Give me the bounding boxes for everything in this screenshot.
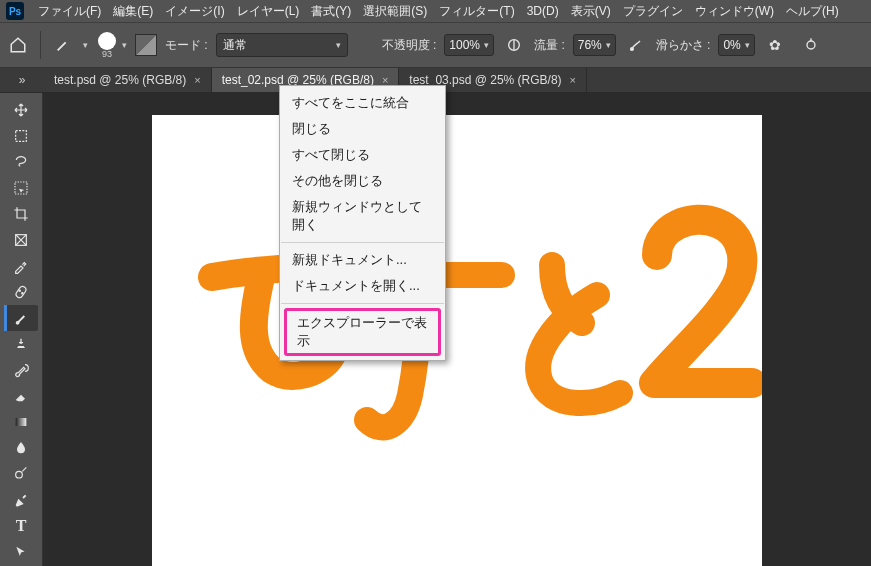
menu-3d[interactable]: 3D(D): [521, 2, 565, 20]
svg-rect-3: [16, 131, 27, 142]
smoothing-value: 0%: [723, 38, 740, 52]
opacity-field[interactable]: 100% ▾: [444, 34, 494, 56]
menu-select[interactable]: 選択範囲(S): [357, 1, 433, 22]
flow-value: 76%: [578, 38, 602, 52]
opacity-pressure-icon[interactable]: [502, 33, 526, 57]
type-tool[interactable]: T: [4, 513, 38, 539]
svg-rect-9: [16, 418, 27, 426]
dodge-tool[interactable]: [4, 461, 38, 487]
more-tabs-icon[interactable]: »: [10, 68, 34, 92]
context-item-reveal-in-explorer[interactable]: エクスプローラーで表示: [284, 308, 441, 356]
gradient-tool[interactable]: [4, 409, 38, 435]
marquee-tool[interactable]: [4, 123, 38, 149]
tab-context-menu: すべてをここに統合 閉じる すべて閉じる その他を閉じる 新規ウィンドウとして開…: [279, 85, 446, 361]
document-tab[interactable]: test.psd @ 25% (RGB/8) ×: [44, 68, 212, 92]
menu-filter[interactable]: フィルター(T): [433, 1, 520, 22]
menu-view[interactable]: 表示(V): [565, 1, 617, 22]
move-tool[interactable]: [4, 97, 38, 123]
context-item-close-others[interactable]: その他を閉じる: [280, 168, 445, 194]
crop-tool[interactable]: [4, 201, 38, 227]
mode-value: 通常: [223, 37, 247, 54]
menu-edit[interactable]: 編集(E): [107, 1, 159, 22]
document-tab-label: test.psd @ 25% (RGB/8): [54, 73, 186, 87]
eraser-tool[interactable]: [4, 383, 38, 409]
frame-tool[interactable]: [4, 227, 38, 253]
canvas[interactable]: [152, 115, 762, 566]
brush-preview[interactable]: 93 ▾: [96, 32, 127, 59]
brush-chevron-icon[interactable]: ▾: [122, 40, 127, 50]
divider: [40, 31, 41, 59]
blur-tool[interactable]: [4, 435, 38, 461]
smoothing-options-icon[interactable]: ✿: [763, 33, 787, 57]
brush-sample-icon: [98, 32, 116, 50]
flow-label: 流量 :: [534, 37, 565, 54]
history-brush-tool[interactable]: [4, 357, 38, 383]
path-select-tool[interactable]: [4, 539, 38, 565]
flow-chevron-icon: ▾: [606, 40, 611, 50]
context-item-close[interactable]: 閉じる: [280, 116, 445, 142]
canvas-area[interactable]: [43, 93, 871, 566]
menu-layer[interactable]: レイヤー(L): [231, 1, 306, 22]
menu-bar: Ps ファイル(F) 編集(E) イメージ(I) レイヤー(L) 書式(Y) 選…: [0, 0, 871, 23]
home-icon[interactable]: [6, 33, 30, 57]
menu-help[interactable]: ヘルプ(H): [780, 1, 845, 22]
options-bar: ▾ 93 ▾ モード : 通常 ▾ 不透明度 : 100% ▾ 流量 : 76%…: [0, 23, 871, 68]
context-menu-separator: [281, 242, 444, 243]
brush-panel-button[interactable]: [135, 34, 157, 56]
healing-tool[interactable]: [4, 279, 38, 305]
context-item-new-document[interactable]: 新規ドキュメント...: [280, 247, 445, 273]
smoothing-label: 滑らかさ :: [656, 37, 711, 54]
smoothing-chevron-icon: ▾: [745, 40, 750, 50]
svg-point-7: [19, 290, 20, 291]
menu-type[interactable]: 書式(Y): [305, 1, 357, 22]
menu-window[interactable]: ウィンドウ(W): [689, 1, 780, 22]
context-item-consolidate-all[interactable]: すべてをここに統合: [280, 90, 445, 116]
tool-preset-icon[interactable]: [51, 33, 75, 57]
brush-angle-icon[interactable]: [799, 33, 823, 57]
menu-file[interactable]: ファイル(F): [32, 1, 107, 22]
airbrush-icon[interactable]: [624, 33, 648, 57]
brush-tool[interactable]: [4, 305, 38, 331]
context-item-open-new-window[interactable]: 新規ウィンドウとして開く: [280, 194, 445, 238]
flow-field[interactable]: 76% ▾: [573, 34, 616, 56]
lasso-tool[interactable]: [4, 149, 38, 175]
close-icon[interactable]: ×: [194, 74, 200, 86]
svg-point-2: [807, 41, 815, 49]
brush-size-value: 93: [102, 50, 112, 59]
tool-preset-chevron-icon[interactable]: ▾: [83, 40, 88, 50]
mode-select[interactable]: 通常 ▾: [216, 33, 348, 57]
object-select-tool[interactable]: [4, 175, 38, 201]
mode-chevron-icon: ▾: [336, 40, 341, 50]
svg-point-8: [22, 293, 23, 294]
menu-plugins[interactable]: プラグイン: [617, 1, 689, 22]
tools-panel: T: [0, 93, 43, 566]
menu-image[interactable]: イメージ(I): [159, 1, 230, 22]
svg-point-10: [16, 471, 23, 478]
opacity-label: 不透明度 :: [382, 37, 437, 54]
mode-label: モード :: [165, 37, 208, 54]
eyedropper-tool[interactable]: [4, 253, 38, 279]
smoothing-field[interactable]: 0% ▾: [718, 34, 754, 56]
canvas-content: [152, 115, 762, 566]
context-menu-separator: [281, 303, 444, 304]
close-icon[interactable]: ×: [570, 74, 576, 86]
app-logo-icon: Ps: [6, 2, 24, 20]
opacity-chevron-icon: ▾: [484, 40, 489, 50]
context-item-open-document[interactable]: ドキュメントを開く...: [280, 273, 445, 299]
svg-point-1: [630, 48, 633, 51]
svg-rect-6: [15, 285, 27, 299]
clone-stamp-tool[interactable]: [4, 331, 38, 357]
pen-tool[interactable]: [4, 487, 38, 513]
opacity-value: 100%: [449, 38, 480, 52]
context-item-close-all[interactable]: すべて閉じる: [280, 142, 445, 168]
